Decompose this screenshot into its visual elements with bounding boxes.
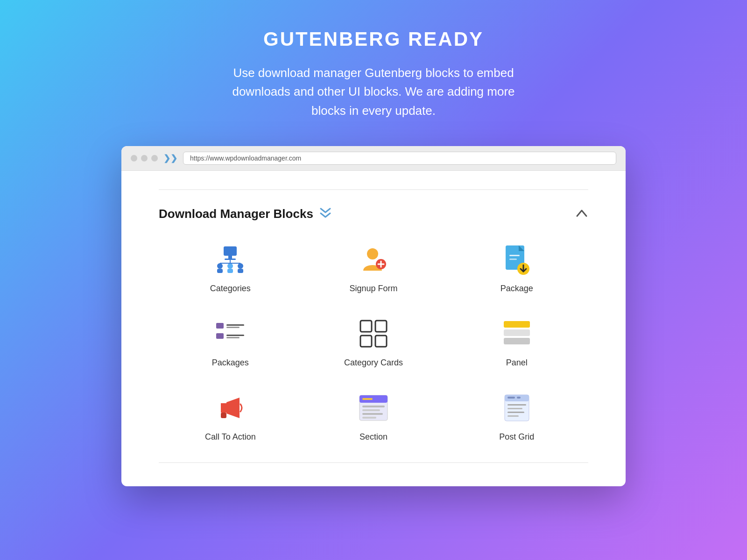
svg-rect-50	[507, 404, 526, 406]
block-item-categories[interactable]: Categories	[159, 243, 302, 294]
svg-rect-8	[238, 269, 243, 273]
svg-point-13	[367, 248, 378, 259]
block-item-category-cards[interactable]: Category Cards	[302, 317, 445, 368]
svg-point-5	[227, 263, 233, 269]
svg-rect-51	[507, 408, 522, 409]
svg-rect-49	[517, 397, 521, 399]
block-label-package: Package	[500, 284, 533, 294]
block-item-call-to-action[interactable]: Call To Action	[159, 391, 302, 442]
svg-rect-33	[504, 321, 530, 328]
browser-mockup: ❯❯ https://www.wpdownloadmanager.com Dow…	[121, 146, 626, 486]
svg-rect-4	[217, 269, 223, 273]
svg-rect-28	[226, 337, 240, 338]
blocks-header: Download Manager Blocks	[159, 207, 588, 221]
section-icon	[357, 391, 390, 425]
svg-rect-21	[509, 259, 517, 260]
svg-marker-36	[221, 403, 226, 413]
hero-subtitle: Use download manager Gutenberg blocks to…	[215, 63, 532, 120]
block-label-section: Section	[359, 432, 388, 442]
chevron-down-double-icon[interactable]	[319, 208, 332, 220]
svg-rect-44	[362, 413, 383, 415]
svg-rect-34	[504, 329, 530, 336]
hero-title: Gutenberg Ready	[263, 28, 484, 50]
svg-rect-29	[360, 321, 372, 332]
svg-rect-52	[507, 412, 524, 413]
svg-rect-1	[228, 256, 232, 259]
blocks-title-row: Download Manager Blocks	[159, 207, 332, 221]
category-cards-icon	[357, 317, 390, 350]
url-bar[interactable]: https://www.wpdownloadmanager.com	[183, 152, 616, 165]
svg-rect-41	[362, 398, 373, 400]
categories-icon	[213, 243, 247, 276]
svg-rect-31	[360, 336, 372, 347]
block-item-panel[interactable]: Panel	[445, 317, 588, 368]
svg-marker-37	[226, 398, 240, 418]
dot-yellow	[141, 155, 148, 161]
svg-rect-27	[226, 335, 244, 336]
post-grid-icon	[500, 391, 534, 425]
svg-rect-48	[507, 397, 515, 399]
block-label-packages: Packages	[212, 358, 249, 368]
blocks-grid: Categories	[159, 243, 588, 442]
svg-rect-26	[216, 333, 224, 339]
svg-rect-0	[224, 246, 237, 256]
svg-rect-53	[507, 415, 519, 417]
block-label-signup-form: Signup Form	[349, 284, 397, 294]
svg-rect-25	[226, 327, 240, 328]
svg-rect-42	[362, 406, 385, 407]
svg-rect-32	[375, 336, 387, 347]
block-item-section[interactable]: Section	[302, 391, 445, 442]
svg-rect-23	[216, 323, 224, 329]
svg-rect-24	[226, 324, 244, 326]
signup-form-icon	[357, 243, 390, 276]
block-label-panel: Panel	[506, 358, 528, 368]
block-label-category-cards: Category Cards	[344, 358, 403, 368]
block-item-signup-form[interactable]: Signup Form	[302, 243, 445, 294]
blocks-section-title: Download Manager Blocks	[159, 207, 313, 221]
call-to-action-icon	[213, 391, 247, 425]
block-label-post-grid: Post Grid	[499, 432, 534, 442]
browser-nav-icon: ❯❯	[163, 153, 177, 163]
chevron-up-icon[interactable]	[575, 208, 588, 220]
top-divider	[159, 189, 588, 190]
traffic-lights	[131, 155, 158, 161]
block-item-post-grid[interactable]: Post Grid	[445, 391, 588, 442]
package-icon	[500, 243, 534, 276]
browser-toolbar: ❯❯ https://www.wpdownloadmanager.com	[121, 146, 626, 171]
panel-icon	[500, 317, 534, 350]
page-wrapper: Gutenberg Ready Use download manager Gut…	[0, 0, 747, 486]
block-item-package[interactable]: Package	[445, 243, 588, 294]
browser-content: Download Manager Blocks	[121, 171, 626, 486]
svg-rect-43	[362, 409, 380, 411]
block-label-call-to-action: Call To Action	[205, 432, 256, 442]
svg-rect-45	[362, 417, 376, 419]
bottom-divider	[159, 462, 588, 463]
packages-icon	[213, 317, 247, 350]
svg-rect-38	[221, 413, 226, 418]
block-item-packages[interactable]: Packages	[159, 317, 302, 368]
svg-rect-6	[227, 269, 233, 273]
svg-rect-20	[509, 255, 520, 256]
svg-rect-35	[504, 338, 530, 344]
dot-green	[151, 155, 158, 161]
svg-rect-30	[375, 321, 387, 332]
block-label-categories: Categories	[210, 284, 251, 294]
dot-red	[131, 155, 137, 161]
